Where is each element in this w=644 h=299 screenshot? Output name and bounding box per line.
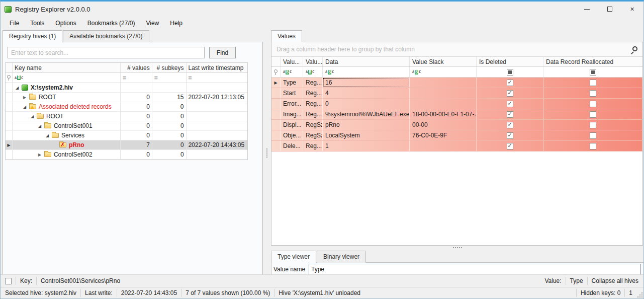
abc-filter-icon[interactable]: ABC — [306, 70, 314, 74]
tab-type-viewer[interactable]: Type viewer — [271, 251, 316, 263]
tab-available-bookmarks[interactable]: Available bookmarks (27/0) — [63, 30, 149, 42]
reallocated-checkbox[interactable] — [590, 80, 596, 86]
abc-filter-icon[interactable]: ABC — [283, 70, 292, 74]
column-num-subkeys[interactable]: # subkeys — [152, 63, 187, 72]
hive-icon — [22, 85, 28, 91]
table-row[interactable]: ◢ ControlSet001 0 0 — [6, 121, 247, 131]
find-button[interactable]: Find — [209, 47, 236, 58]
is-deleted-filter-checkbox[interactable] — [507, 69, 513, 76]
is-deleted-checkbox[interactable] — [507, 122, 513, 128]
equals-filter-icon[interactable]: = — [189, 74, 192, 82]
value-row[interactable]: ▶ Type Reg... 16 — [271, 78, 642, 88]
abc-filter-icon[interactable]: ABC — [15, 76, 23, 80]
column-value-slack[interactable]: Value Slack — [410, 57, 477, 66]
column-value-type[interactable]: Valu... — [303, 57, 323, 66]
table-row[interactable]: ▶ ControlSet002 0 0 — [6, 150, 247, 160]
current-row-icon: ▶ — [274, 81, 277, 85]
filter-pin-icon[interactable] — [7, 75, 11, 79]
abc-filter-icon[interactable]: ABC — [412, 70, 421, 74]
table-row[interactable]: ◢ Associated deleted records 0 0 — [6, 102, 247, 112]
collapse-icon[interactable]: ▶ — [38, 153, 43, 157]
tab-values[interactable]: Values — [271, 30, 302, 42]
is-deleted-checkbox[interactable] — [507, 80, 513, 86]
column-key-name[interactable]: Key name — [13, 63, 121, 72]
resize-grip[interactable] — [636, 291, 642, 297]
expand-icon[interactable]: ◢ — [46, 133, 51, 138]
column-data[interactable]: Data — [323, 57, 410, 66]
reallocated-checkbox[interactable] — [590, 143, 596, 150]
column-value-name[interactable]: Valu... — [281, 57, 303, 66]
minimize-button[interactable] — [576, 2, 598, 17]
expand-icon[interactable]: ◢ — [23, 105, 28, 109]
tab-binary-viewer[interactable]: Binary viewer — [317, 251, 366, 263]
expand-icon[interactable]: ◢ — [16, 86, 21, 90]
group-by-bar: Drag a column header here to group by th… — [271, 42, 642, 57]
app-icon — [5, 6, 12, 13]
value-label: Value: — [544, 277, 561, 284]
value-row[interactable]: Error... Reg... 0 — [271, 99, 642, 109]
table-row[interactable]: ◢ Services 0 0 — [6, 131, 247, 140]
tree-gutter-header — [6, 63, 13, 72]
deleted-records-folder-icon — [29, 104, 36, 109]
maximize-button[interactable] — [598, 2, 621, 17]
column-is-deleted[interactable]: Is Deleted — [477, 57, 543, 66]
reallocated-checkbox[interactable] — [590, 132, 596, 139]
reallocated-checkbox[interactable] — [590, 111, 596, 118]
value-row[interactable]: Obje... RegSz LocalSystem 76-C0-0E-9F — [271, 130, 642, 141]
key-status-bar: Key: ControlSet001\Services\pRno Value: … — [1, 274, 643, 287]
is-deleted-checkbox[interactable] — [507, 143, 513, 150]
menu-file[interactable]: File — [5, 18, 24, 29]
equals-filter-icon[interactable]: = — [154, 74, 157, 82]
search-input[interactable] — [8, 47, 205, 58]
value-row[interactable]: Imag... Reg... %systemroot%\WJbAUeEF.exe… — [271, 109, 642, 120]
collapse-icon[interactable]: ▶ — [23, 95, 28, 100]
table-row[interactable]: ◢ X:\system2.hiv — [6, 83, 247, 93]
reallocated-checkbox[interactable] — [590, 90, 596, 97]
menu-tools[interactable]: Tools — [25, 18, 49, 29]
menu-view[interactable]: View — [141, 18, 164, 29]
table-row[interactable]: ▶ ROOT 0 15 2022-07-20 12:13:05 — [6, 93, 247, 102]
is-deleted-checkbox[interactable] — [507, 111, 513, 118]
value-row[interactable]: Displ... RegSz pRno 00-00 — [271, 120, 642, 130]
value-row[interactable]: Start Reg... 4 — [271, 88, 642, 99]
reallocated-checkbox[interactable] — [590, 122, 596, 128]
viewer-splitter[interactable] — [271, 247, 643, 248]
status-checkbox[interactable] — [5, 278, 12, 284]
column-data-record-reallocated[interactable]: Data Record Reallocated — [543, 57, 642, 66]
filter-pin-icon[interactable] — [274, 69, 278, 73]
close-button[interactable]: × — [621, 2, 643, 17]
expand-icon[interactable]: ◢ — [38, 124, 43, 128]
reallocated-filter-checkbox[interactable] — [590, 69, 596, 76]
expand-icon[interactable]: ◢ — [31, 114, 36, 119]
title-bar: Registry Explorer v2.0.0.0 × — [1, 2, 643, 17]
is-deleted-checkbox[interactable] — [507, 90, 513, 97]
reallocated-checkbox[interactable] — [590, 101, 596, 107]
values-gutter-header — [271, 57, 281, 66]
folder-icon — [29, 95, 36, 100]
folder-icon — [44, 152, 51, 157]
collapse-all-hives-button[interactable]: Collapse all hives — [592, 277, 638, 284]
focused-cell[interactable]: 16 — [323, 78, 410, 88]
folder-icon — [37, 114, 44, 119]
search-icon[interactable] — [632, 46, 637, 51]
deleted-key-folder-icon — [59, 142, 66, 147]
is-deleted-checkbox[interactable] — [507, 101, 513, 107]
tab-registry-hives[interactable]: Registry hives (1) — [3, 30, 62, 42]
selected-hive-status: Selected hive: system2.hiv — [5, 289, 76, 296]
table-row-selected[interactable]: ▶ pRno 7 0 2022-07-20 14:43:05 — [6, 140, 247, 150]
abc-filter-icon[interactable]: ABC — [325, 70, 334, 74]
value-row[interactable]: Dele... Reg... 1 — [271, 141, 642, 152]
panel-splitter[interactable] — [263, 30, 271, 276]
menu-options[interactable]: Options — [50, 18, 81, 29]
menu-help[interactable]: Help — [165, 18, 188, 29]
column-num-values[interactable]: # values — [121, 63, 152, 72]
menu-bookmarks[interactable]: Bookmarks (27/0) — [82, 18, 140, 29]
values-tabstrip: Values — [271, 30, 643, 42]
is-deleted-checkbox[interactable] — [507, 132, 513, 139]
value-name-input[interactable] — [309, 264, 641, 275]
equals-filter-icon[interactable]: = — [123, 74, 126, 82]
table-row[interactable]: ◢ ROOT 0 0 — [6, 112, 247, 121]
window-title: Registry Explorer v2.0.0.0 — [15, 6, 90, 13]
value-name-label: Value name — [271, 266, 309, 273]
column-last-write[interactable]: Last write timestamp — [187, 63, 247, 72]
